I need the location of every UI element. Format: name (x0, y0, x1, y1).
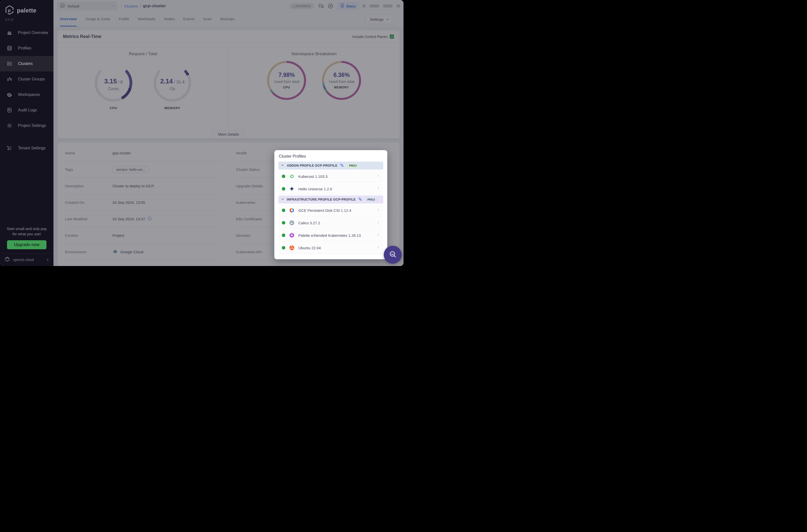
chevron-down-icon (111, 4, 114, 8)
sidebar-footer: spectro cloud (0, 253, 54, 266)
docs-label: Docs (346, 4, 356, 8)
profile-item-name: GCE Persistent Disk CSI 1.12.4 (298, 208, 373, 212)
status-dot (282, 187, 285, 191)
more-details-button[interactable]: More Details (212, 130, 245, 139)
compass-icon[interactable] (328, 3, 333, 9)
docs-button[interactable]: Docs (337, 2, 358, 10)
sidebar-item-audit-logs[interactable]: Audit Logs (0, 102, 54, 118)
status-dot (282, 175, 285, 178)
audit-logs-icon (6, 108, 13, 113)
profile-section-header-addon[interactable]: ADDON PROFILE GCP-PROFILE PROJ (278, 162, 383, 170)
chevron-down-icon (281, 197, 284, 202)
promo-line-1: Start small and only pay (3, 226, 50, 231)
sidebar-item-cluster-groups[interactable]: Cluster Groups (0, 72, 54, 87)
proj-badge: PROJ (346, 163, 359, 168)
include-control-planes-checkbox[interactable] (390, 35, 394, 39)
profile-item-calico-3-27-2[interactable]: Calico 3.27.2 (279, 217, 383, 229)
gauge-cpu: 3.15 / 8 Cores CPU (91, 61, 135, 110)
settings-button[interactable]: Settings (366, 15, 394, 24)
profile-section-title: INFRASTRUCTURE PROFILE GCP-PROFILE (287, 198, 356, 201)
project-overview-icon (6, 30, 13, 36)
tab-scan[interactable]: Scan (203, 12, 212, 26)
app-version: 4.4.19 (0, 18, 54, 25)
donut-label: CPU (283, 86, 290, 89)
kubecost-icon (288, 174, 295, 179)
gauge-value: 3.15 (104, 77, 117, 85)
profile-item-palette-extended-kubernetes-1-28-13[interactable]: Palette eXtended Kubernetes 1.28.13 (279, 230, 383, 241)
sidebar-item-project-overview[interactable]: Project Overview (0, 25, 54, 40)
profile-item-ubuntu-22-04[interactable]: Ubuntu 22.04 (279, 242, 383, 253)
profile-item-name: Calico 3.27.2 (298, 221, 373, 225)
detail-label: Name (65, 151, 112, 155)
sidebar-item-clusters[interactable]: Clusters (0, 56, 54, 72)
upgrade-now-button[interactable]: Upgrade now (7, 240, 46, 249)
sidebar-item-label: Audit Logs (18, 108, 37, 112)
breadcrumb-current: gcp-cluster (143, 3, 166, 8)
profile-item-gce-persistent-disk-csi-1-12-4[interactable]: GCE Persistent Disk CSI 1.12.4 (279, 205, 383, 216)
svg-text:p: p (8, 8, 11, 13)
tab-overview[interactable]: Overview (60, 12, 77, 26)
detail-value: 24 Sep 2024, 13:05 (112, 200, 145, 205)
detail-label: Last Modified (65, 217, 112, 221)
gce-disk-icon (288, 208, 295, 213)
status-dot (282, 246, 285, 249)
sidebar-item-workspaces[interactable]: Workspaces (0, 87, 54, 102)
sidebar-item-project-settings[interactable]: Project Settings (0, 118, 54, 133)
info-icon[interactable] (148, 216, 152, 221)
upgrade-promo: Start small and only pay for what you us… (0, 225, 54, 253)
profile-section-title: ADDON PROFILE GCP-PROFILE (287, 164, 337, 167)
search-smile-icon (389, 250, 397, 260)
profile-item-name: Ubuntu 22.04 (298, 246, 373, 250)
detail-row-created-on: Created On24 Sep 2024, 13:05 (65, 194, 221, 211)
breadcrumb: / Clusters / gcp-cluster (121, 3, 166, 8)
profile-item-name: Kubecost 1.103.3 (298, 174, 373, 178)
profile-item-hello-universe-1-2-0[interactable]: Hello Universe 1.2.0 (279, 183, 383, 194)
tools-icon (6, 145, 13, 151)
gear-icon (6, 123, 13, 128)
status-dot (282, 209, 285, 212)
detail-row-context: ContextProject (65, 227, 221, 244)
gauge-unit: Cores (91, 87, 135, 91)
chevron-right-icon (376, 246, 380, 250)
status-dot (282, 233, 285, 237)
sidebar-item-label: Project Settings (18, 124, 46, 128)
redacted-block (362, 4, 365, 7)
collapse-sidebar-icon[interactable] (46, 258, 50, 262)
request-total-title: Request / Total (57, 52, 228, 56)
sidebar: p palette 4.4.19 Project OverviewProfile… (0, 0, 54, 266)
redacted-block (370, 4, 379, 7)
cluster-profiles-title: Cluster Profiles (279, 154, 383, 158)
cluster-profiles-panel: Cluster Profiles ADDON PROFILE GCP-PROFI… (274, 150, 387, 259)
topbar: Default / Clusters / gcp-cluster 1.29/10… (54, 0, 404, 12)
breadcrumb-separator: / (121, 4, 122, 8)
gauge-unit: Gb (150, 87, 194, 91)
usage-quota-pill: 1.29/100kCh (289, 3, 315, 9)
gauge-label: CPU (91, 106, 135, 110)
profile-section-header-infra[interactable]: INFRASTRUCTURE PROFILE GCP-PROFILE PROJ (278, 195, 383, 204)
tag-chip: service: hello-uni... (112, 166, 149, 173)
sidebar-item-label: Clusters (18, 61, 33, 66)
redacted-block (396, 4, 400, 7)
sidebar-item-label: Profiles (18, 46, 31, 51)
sidebar-item-tenant-settings[interactable]: Tenant Settings (0, 140, 54, 156)
profile-item-kubecost-1-103-3[interactable]: Kubecost 1.103.3 (279, 171, 383, 182)
sidebar-item-label: Tenant Settings (18, 146, 45, 150)
proj-badge: PROJ (365, 197, 377, 202)
project-selector[interactable]: Default (57, 1, 117, 11)
chat-icon[interactable] (318, 3, 324, 9)
tab-backups[interactable]: Backups (220, 12, 234, 26)
profile-item-name: Hello Universe 1.2.0 (298, 187, 373, 191)
tab-usage-costs[interactable]: Usage & Costs (85, 12, 110, 26)
status-dot (282, 221, 285, 225)
spectro-cloud-logo-icon (4, 256, 11, 264)
sidebar-item-label: Workspaces (18, 92, 40, 97)
tab-nodes[interactable]: Nodes (164, 12, 175, 26)
breadcrumb-clusters-link[interactable]: Clusters (124, 4, 138, 8)
search-fab-button[interactable] (384, 246, 402, 264)
tab-profile[interactable]: Profile (119, 12, 129, 26)
sidebar-item-profiles[interactable]: Profiles (0, 40, 54, 56)
tab-events[interactable]: Events (183, 12, 195, 26)
tab-workloads[interactable]: Workloads (138, 12, 155, 26)
clusters-icon (6, 61, 13, 66)
metrics-card: Metrics Real-Time Include Control Planes… (57, 31, 399, 138)
